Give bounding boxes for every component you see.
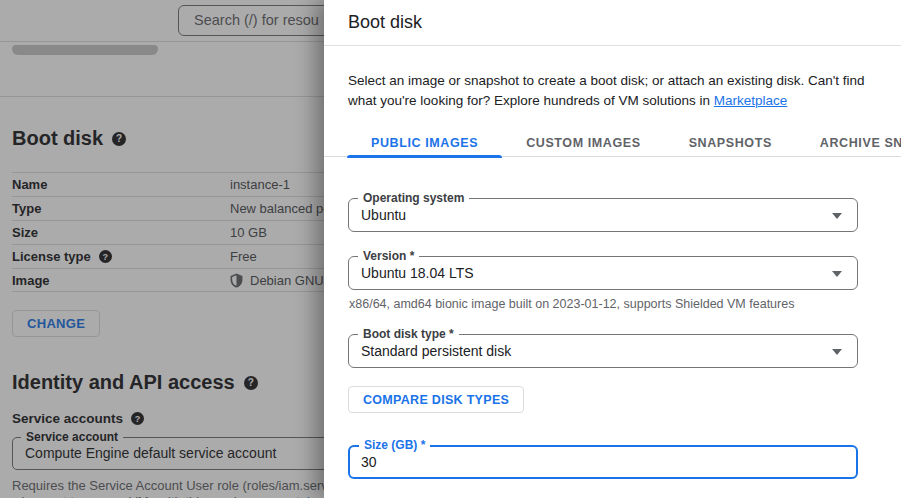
tab-public-images[interactable]: PUBLIC IMAGES: [347, 129, 502, 157]
marketplace-link[interactable]: Marketplace: [714, 93, 788, 108]
tab-custom-images[interactable]: CUSTOM IMAGES: [502, 129, 665, 157]
gcp-create-instance-page: Search (/) for resou Boot disk ? Name in…: [0, 0, 901, 498]
compare-disk-types-button[interactable]: COMPARE DISK TYPES: [348, 386, 524, 413]
size-gb-field: Size (GB) *: [348, 445, 858, 479]
boot-disk-dialog: Boot disk Select an image or snapshot to…: [324, 0, 901, 498]
tab-archive-snapshots[interactable]: ARCHIVE SNAPSHOTS: [796, 129, 901, 157]
version-helper-text: x86/64, amd64 bionic image built on 2023…: [349, 297, 794, 311]
dialog-title: Boot disk: [348, 12, 422, 33]
boot-disk-type-select[interactable]: Boot disk type * Standard persistent dis…: [348, 334, 858, 368]
image-source-tabs: PUBLIC IMAGES CUSTOM IMAGES SNAPSHOTS AR…: [347, 129, 901, 157]
dialog-description: Select an image or snapshot to create a …: [348, 71, 865, 111]
chevron-down-icon: [832, 213, 842, 219]
tab-snapshots[interactable]: SNAPSHOTS: [665, 129, 796, 157]
version-select[interactable]: Version * Ubuntu 18.04 LTS: [348, 256, 858, 290]
divider: [324, 45, 901, 46]
operating-system-select[interactable]: Operating system Ubuntu: [348, 198, 858, 232]
chevron-down-icon: [832, 271, 842, 277]
chevron-down-icon: [832, 349, 842, 355]
